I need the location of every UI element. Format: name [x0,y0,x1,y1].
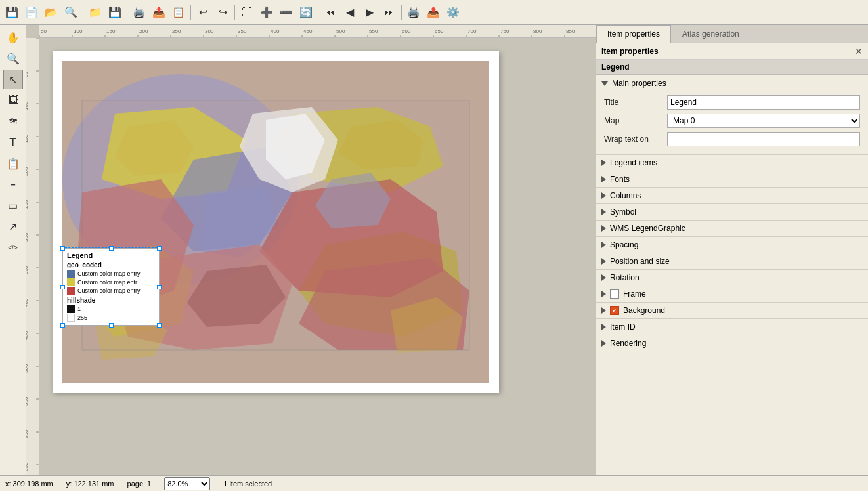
insert-text-tool[interactable]: T [3,133,23,152]
add-pages-button[interactable]: 📋 [169,3,188,22]
position-size-header[interactable]: Position and size [596,253,868,269]
zoom-out-button[interactable]: ➖ [277,3,295,22]
zoom-in-button[interactable]: ➕ [257,3,276,22]
item-id-label: Item ID [610,322,636,331]
svg-text:150: 150 [106,28,116,34]
svg-text:650: 650 [26,462,29,471]
frame-arrow [601,291,606,297]
background-checkbox[interactable] [610,306,619,315]
sep2 [127,5,127,20]
folder-button[interactable]: 📁 [86,3,104,22]
rendering-label: Rendering [610,339,646,348]
wms-legend-header[interactable]: WMS LegendGraphic [596,221,868,236]
ruler-top-svg: 50 100 150 200 250 300 350 400 450 500 [39,25,596,38]
canvas-area[interactable]: 50 100 150 200 250 300 350 400 450 500 [26,25,596,475]
panel-content[interactable]: Main properties Title Map Map 0 [596,75,868,475]
select-tool[interactable]: ↖ [3,70,23,89]
save-button[interactable]: 💾 [3,3,21,22]
handle-ml [60,285,65,289]
tab-item-properties[interactable]: Item properties [596,25,671,43]
svg-text:200: 200 [26,167,29,176]
ruler-top: 50 100 150 200 250 300 350 400 450 500 [39,25,596,38]
insert-map-tool[interactable]: 🗺 [3,112,23,131]
new-button[interactable]: 📄 [22,3,41,22]
left-toolbar: ✋ 🔍 ↖ 🖼 🗺 T 📋 ━ ▭ ↗ </> [0,25,26,475]
frame-checkbox[interactable] [610,289,619,299]
settings-button[interactable]: ⚙️ [444,3,462,22]
position-size-label: Position and size [610,257,670,266]
svg-text:850: 850 [566,28,575,34]
atlas-prev-button[interactable]: ⏮ [321,3,339,22]
open-folder-button[interactable]: 📂 [42,3,60,22]
print-button[interactable]: 🖨️ [130,3,148,22]
fonts-header[interactable]: Fonts [596,171,868,187]
svg-text:600: 600 [26,429,29,438]
legend-color-1 [67,270,75,278]
symbol-header[interactable]: Symbol [596,204,868,220]
insert-scalebar-tool[interactable]: ━ [3,175,23,194]
y-coord: y: 122.131 mm [66,480,114,488]
save-as-button[interactable]: 💾 [106,3,124,22]
nav-prev-button[interactable]: ◀ [341,3,359,22]
close-icon[interactable]: ✕ [855,46,863,56]
background-header[interactable]: Background [596,303,868,318]
svg-text:50: 50 [26,72,29,77]
rotation-header[interactable]: Rotation [596,270,868,286]
canvas-scroll[interactable]: Legend geo_coded Custom color map entry … [39,38,596,475]
zoom-full-button[interactable]: ⛶ [238,3,256,22]
item-id-arrow [601,324,606,330]
svg-text:350: 350 [238,28,247,34]
main-area: ✋ 🔍 ↖ 🖼 🗺 T 📋 ━ ▭ ↗ </> 50 100 150 [0,25,868,475]
zoom-select[interactable]: 82.0% 50% 75% 100% 150% [164,477,210,490]
title-input[interactable] [667,95,860,110]
svg-text:500: 500 [336,28,345,34]
pan-tool[interactable]: ✋ [3,28,23,47]
legend-label-1: Custom color map entry [77,270,141,277]
insert-shape-tool[interactable]: ▭ [3,196,23,215]
atlas-next-button[interactable]: ⏭ [380,3,399,22]
legend-items-header[interactable]: Legend items [596,155,868,171]
insert-image-tool[interactable]: 🖼 [3,91,23,110]
map-select[interactable]: Map 0 [667,114,860,128]
tab-atlas-generation[interactable]: Atlas generation [671,25,750,43]
item-id-header[interactable]: Item ID [596,319,868,335]
columns-header[interactable]: Columns [596,188,868,203]
position-size-section: Position and size [596,253,868,269]
frame-header[interactable]: Frame [596,286,868,302]
svg-text:650: 650 [435,28,444,34]
svg-text:800: 800 [533,28,542,34]
nav-next-button[interactable]: ▶ [360,3,379,22]
main-properties-header[interactable]: Main properties [596,75,868,91]
rendering-header[interactable]: Rendering [596,335,868,351]
fonts-label: Fonts [610,175,630,184]
ruler-left-svg: 50 100 150 200 250 300 350 400 450 500 [26,38,39,475]
wrap-text-label: Wrap text on [604,135,663,144]
find-button[interactable]: 🔍 [62,3,80,22]
insert-arrow-tool[interactable]: ↗ [3,217,23,236]
refresh-button[interactable]: 🔄 [297,3,315,22]
wrap-text-input[interactable] [667,132,860,146]
canvas-inner: Legend geo_coded Custom color map entry … [39,38,596,406]
zoom-tool[interactable]: 🔍 [3,49,23,68]
insert-legend-tool[interactable]: 📋 [3,154,23,173]
svg-text:700: 700 [467,28,477,34]
spacing-header[interactable]: Spacing [596,237,868,253]
columns-label: Columns [610,191,641,200]
export2-button[interactable]: 📤 [424,3,443,22]
sep4 [234,5,235,20]
export-pdf-button[interactable]: 📤 [150,3,168,22]
undo-button[interactable]: ↩ [194,3,212,22]
main-properties-content: Title Map Map 0 Wrap text on [596,91,868,154]
spacing-label: Spacing [610,240,638,249]
rotation-arrow [601,274,606,281]
background-section: Background [596,302,868,318]
redo-button[interactable]: ↪ [213,3,232,22]
html-frame-tool[interactable]: </> [3,238,23,257]
wms-legend-section: WMS LegendGraphic [596,220,868,236]
svg-text:550: 550 [26,396,29,406]
spacing-arrow [601,242,606,248]
print2-button[interactable]: 🖨️ [404,3,423,22]
panel-tabs: Item properties Atlas generation [596,25,868,43]
rotation-label: Rotation [610,273,640,282]
svg-text:50: 50 [41,28,47,34]
